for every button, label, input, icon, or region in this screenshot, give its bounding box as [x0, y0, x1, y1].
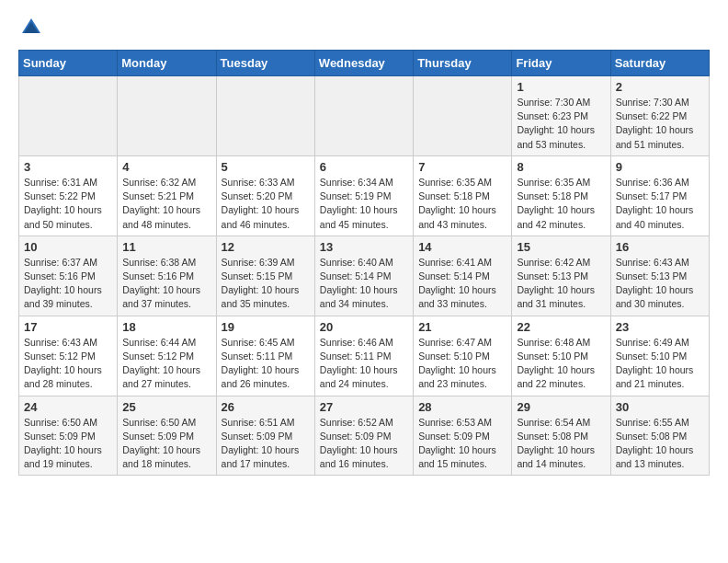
- day-cell: [216, 76, 314, 156]
- day-cell: 27Sunrise: 6:52 AM Sunset: 5:09 PM Dayli…: [314, 396, 413, 476]
- day-info: Sunrise: 6:53 AM Sunset: 5:09 PM Dayligh…: [418, 416, 506, 472]
- day-cell: 20Sunrise: 6:46 AM Sunset: 5:11 PM Dayli…: [314, 316, 413, 396]
- day-number: 14: [418, 240, 506, 254]
- day-number: 6: [320, 160, 408, 174]
- logo-icon: [18, 15, 44, 40]
- day-cell: 3Sunrise: 6:31 AM Sunset: 5:22 PM Daylig…: [19, 155, 118, 236]
- day-info: Sunrise: 6:51 AM Sunset: 5:09 PM Dayligh…: [222, 416, 310, 472]
- day-info: Sunrise: 6:34 AM Sunset: 5:19 PM Dayligh…: [320, 176, 408, 232]
- day-cell: 1Sunrise: 7:30 AM Sunset: 6:23 PM Daylig…: [512, 76, 610, 156]
- day-cell: 10Sunrise: 6:37 AM Sunset: 5:16 PM Dayli…: [19, 236, 118, 316]
- day-number: 29: [517, 400, 605, 414]
- day-number: 26: [222, 400, 310, 414]
- day-info: Sunrise: 6:40 AM Sunset: 5:14 PM Dayligh…: [320, 256, 408, 312]
- day-number: 24: [24, 400, 112, 414]
- day-number: 12: [222, 240, 310, 254]
- day-cell: 14Sunrise: 6:41 AM Sunset: 5:14 PM Dayli…: [414, 236, 512, 316]
- day-info: Sunrise: 6:50 AM Sunset: 5:09 PM Dayligh…: [24, 416, 112, 472]
- day-cell: 19Sunrise: 6:45 AM Sunset: 5:11 PM Dayli…: [216, 316, 314, 396]
- day-number: 1: [517, 80, 605, 94]
- day-info: Sunrise: 6:35 AM Sunset: 5:18 PM Dayligh…: [418, 176, 506, 232]
- day-cell: 13Sunrise: 6:40 AM Sunset: 5:14 PM Dayli…: [314, 236, 413, 316]
- calendar-header: SundayMondayTuesdayWednesdayThursdayFrid…: [19, 51, 710, 76]
- day-cell: 25Sunrise: 6:50 AM Sunset: 5:09 PM Dayli…: [118, 396, 216, 476]
- day-cell: 17Sunrise: 6:43 AM Sunset: 5:12 PM Dayli…: [19, 316, 118, 396]
- day-cell: [414, 76, 512, 156]
- logo-area: [18, 15, 48, 40]
- weekday-header-wednesday: Wednesday: [314, 51, 413, 76]
- day-info: Sunrise: 6:46 AM Sunset: 5:11 PM Dayligh…: [320, 336, 408, 392]
- day-cell: 4Sunrise: 6:32 AM Sunset: 5:21 PM Daylig…: [118, 155, 216, 236]
- weekday-header-monday: Monday: [118, 51, 216, 76]
- day-cell: 24Sunrise: 6:50 AM Sunset: 5:09 PM Dayli…: [19, 396, 118, 476]
- page: SundayMondayTuesdayWednesdayThursdayFrid…: [0, 0, 728, 490]
- day-number: 18: [122, 320, 210, 334]
- day-info: Sunrise: 6:55 AM Sunset: 5:08 PM Dayligh…: [616, 416, 704, 472]
- day-cell: 5Sunrise: 6:33 AM Sunset: 5:20 PM Daylig…: [216, 155, 314, 236]
- day-info: Sunrise: 6:41 AM Sunset: 5:14 PM Dayligh…: [418, 256, 506, 312]
- day-info: Sunrise: 6:31 AM Sunset: 5:22 PM Dayligh…: [24, 176, 112, 232]
- day-number: 20: [320, 320, 408, 334]
- weekday-header-sunday: Sunday: [19, 51, 118, 76]
- day-number: 10: [24, 240, 112, 254]
- day-info: Sunrise: 6:47 AM Sunset: 5:10 PM Dayligh…: [418, 336, 506, 392]
- day-cell: 6Sunrise: 6:34 AM Sunset: 5:19 PM Daylig…: [314, 155, 413, 236]
- day-info: Sunrise: 6:43 AM Sunset: 5:12 PM Dayligh…: [24, 336, 112, 392]
- day-info: Sunrise: 6:49 AM Sunset: 5:10 PM Dayligh…: [616, 336, 704, 392]
- day-cell: 2Sunrise: 7:30 AM Sunset: 6:22 PM Daylig…: [610, 76, 709, 156]
- day-cell: 9Sunrise: 6:36 AM Sunset: 5:17 PM Daylig…: [610, 155, 709, 236]
- day-number: 22: [517, 320, 605, 334]
- day-number: 28: [418, 400, 506, 414]
- day-cell: [118, 76, 216, 156]
- day-cell: 23Sunrise: 6:49 AM Sunset: 5:10 PM Dayli…: [610, 316, 709, 396]
- day-info: Sunrise: 6:48 AM Sunset: 5:10 PM Dayligh…: [517, 336, 605, 392]
- day-info: Sunrise: 6:33 AM Sunset: 5:20 PM Dayligh…: [222, 176, 310, 232]
- day-number: 17: [24, 320, 112, 334]
- day-info: Sunrise: 7:30 AM Sunset: 6:22 PM Dayligh…: [616, 96, 704, 152]
- day-number: 2: [616, 80, 704, 94]
- day-info: Sunrise: 6:42 AM Sunset: 5:13 PM Dayligh…: [517, 256, 605, 312]
- weekday-header-tuesday: Tuesday: [216, 51, 314, 76]
- header: [18, 15, 710, 40]
- day-cell: 7Sunrise: 6:35 AM Sunset: 5:18 PM Daylig…: [414, 155, 512, 236]
- calendar-table: SundayMondayTuesdayWednesdayThursdayFrid…: [18, 50, 710, 476]
- day-number: 19: [222, 320, 310, 334]
- day-cell: 29Sunrise: 6:54 AM Sunset: 5:08 PM Dayli…: [512, 396, 610, 476]
- day-cell: 11Sunrise: 6:38 AM Sunset: 5:16 PM Dayli…: [118, 236, 216, 316]
- day-number: 27: [320, 400, 408, 414]
- week-row-2: 3Sunrise: 6:31 AM Sunset: 5:22 PM Daylig…: [19, 155, 710, 236]
- weekday-header-saturday: Saturday: [610, 51, 709, 76]
- day-cell: 8Sunrise: 6:35 AM Sunset: 5:18 PM Daylig…: [512, 155, 610, 236]
- day-cell: 28Sunrise: 6:53 AM Sunset: 5:09 PM Dayli…: [414, 396, 512, 476]
- day-info: Sunrise: 6:37 AM Sunset: 5:16 PM Dayligh…: [24, 256, 112, 312]
- day-number: 16: [616, 240, 704, 254]
- week-row-3: 10Sunrise: 6:37 AM Sunset: 5:16 PM Dayli…: [19, 236, 710, 316]
- week-row-5: 24Sunrise: 6:50 AM Sunset: 5:09 PM Dayli…: [19, 396, 710, 476]
- weekday-row: SundayMondayTuesdayWednesdayThursdayFrid…: [19, 51, 710, 76]
- day-info: Sunrise: 6:50 AM Sunset: 5:09 PM Dayligh…: [122, 416, 210, 472]
- day-number: 30: [616, 400, 704, 414]
- day-cell: 26Sunrise: 6:51 AM Sunset: 5:09 PM Dayli…: [216, 396, 314, 476]
- day-info: Sunrise: 6:45 AM Sunset: 5:11 PM Dayligh…: [222, 336, 310, 392]
- day-info: Sunrise: 6:36 AM Sunset: 5:17 PM Dayligh…: [616, 176, 704, 232]
- day-number: 7: [418, 160, 506, 174]
- week-row-4: 17Sunrise: 6:43 AM Sunset: 5:12 PM Dayli…: [19, 316, 710, 396]
- day-number: 11: [122, 240, 210, 254]
- week-row-1: 1Sunrise: 7:30 AM Sunset: 6:23 PM Daylig…: [19, 76, 710, 156]
- day-number: 23: [616, 320, 704, 334]
- day-info: Sunrise: 6:35 AM Sunset: 5:18 PM Dayligh…: [517, 176, 605, 232]
- day-cell: [19, 76, 118, 156]
- day-info: Sunrise: 6:54 AM Sunset: 5:08 PM Dayligh…: [517, 416, 605, 472]
- day-number: 13: [320, 240, 408, 254]
- day-number: 9: [616, 160, 704, 174]
- day-cell: 16Sunrise: 6:43 AM Sunset: 5:13 PM Dayli…: [610, 236, 709, 316]
- day-cell: 15Sunrise: 6:42 AM Sunset: 5:13 PM Dayli…: [512, 236, 610, 316]
- day-number: 4: [122, 160, 210, 174]
- day-info: Sunrise: 6:39 AM Sunset: 5:15 PM Dayligh…: [222, 256, 310, 312]
- weekday-header-friday: Friday: [512, 51, 610, 76]
- day-cell: 30Sunrise: 6:55 AM Sunset: 5:08 PM Dayli…: [610, 396, 709, 476]
- day-cell: 21Sunrise: 6:47 AM Sunset: 5:10 PM Dayli…: [414, 316, 512, 396]
- day-number: 3: [24, 160, 112, 174]
- day-number: 5: [222, 160, 310, 174]
- day-info: Sunrise: 7:30 AM Sunset: 6:23 PM Dayligh…: [517, 96, 605, 152]
